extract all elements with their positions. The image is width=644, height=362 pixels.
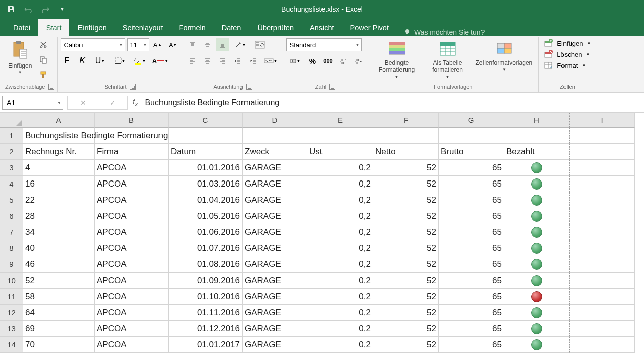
wrap-text[interactable]: [252, 38, 268, 51]
tab-page-layout[interactable]: Seitenlayout: [115, 19, 171, 36]
cell[interactable]: 01.01.2016: [169, 160, 243, 176]
cell[interactable]: [504, 224, 570, 240]
cell[interactable]: [169, 128, 243, 144]
cell[interactable]: [504, 192, 570, 208]
orientation-button[interactable]: ▼: [231, 38, 250, 51]
align-right[interactable]: [216, 54, 229, 67]
cell[interactable]: Buchungsliste Bedingte Formatierung: [23, 128, 95, 144]
row-header-13[interactable]: 13: [0, 321, 23, 337]
cell[interactable]: 52: [373, 289, 439, 305]
number-dialog-launcher[interactable]: [329, 84, 335, 90]
number-format-selector[interactable]: Standard▼: [286, 38, 362, 51]
cell[interactable]: 0,2: [307, 337, 373, 353]
cell[interactable]: [504, 337, 570, 353]
cell[interactable]: 0,2: [307, 240, 373, 256]
cell[interactable]: Netto: [373, 144, 439, 160]
cell[interactable]: 4: [23, 160, 95, 176]
cell[interactable]: [570, 305, 635, 321]
cell[interactable]: [570, 256, 635, 273]
cell[interactable]: 01.03.2016: [169, 176, 243, 192]
cell[interactable]: 65: [439, 192, 504, 208]
cell[interactable]: 52: [373, 273, 439, 289]
align-middle[interactable]: [201, 38, 214, 51]
cell[interactable]: APCOA: [95, 321, 169, 337]
column-header-E[interactable]: E: [307, 113, 373, 128]
cell[interactable]: GARAGE: [243, 273, 307, 289]
cell[interactable]: Ust: [307, 144, 373, 160]
cell[interactable]: [504, 128, 570, 144]
delete-cells-button[interactable]: Löschen▼: [542, 49, 592, 59]
cell[interactable]: 0,2: [307, 160, 373, 176]
format-painter[interactable]: [37, 68, 50, 81]
cell[interactable]: APCOA: [95, 256, 169, 273]
align-center[interactable]: [201, 54, 214, 67]
fx-icon[interactable]: fx: [133, 97, 138, 108]
bold-button[interactable]: F: [61, 54, 74, 67]
decrease-decimal[interactable]: ,00,0: [352, 54, 365, 67]
cell[interactable]: 0,2: [307, 192, 373, 208]
tab-data[interactable]: Daten: [214, 19, 250, 36]
cell[interactable]: APCOA: [95, 240, 169, 256]
cell[interactable]: 0,2: [307, 273, 373, 289]
cell[interactable]: 52: [373, 240, 439, 256]
row-header-4[interactable]: 4: [0, 176, 23, 192]
font-color-button[interactable]: A ▼: [151, 54, 170, 67]
cell[interactable]: 28: [23, 208, 95, 224]
cell[interactable]: [570, 144, 635, 160]
cell[interactable]: 34: [23, 224, 95, 240]
row-header-3[interactable]: 3: [0, 160, 23, 176]
save-button[interactable]: [5, 3, 17, 15]
cell[interactable]: 65: [439, 176, 504, 192]
cell[interactable]: 22: [23, 192, 95, 208]
cell[interactable]: 65: [439, 208, 504, 224]
column-header-A[interactable]: A: [23, 113, 95, 128]
align-bottom[interactable]: [216, 38, 229, 51]
cell[interactable]: 16: [23, 176, 95, 192]
qat-customize-icon[interactable]: ▼: [56, 3, 68, 15]
cell[interactable]: 0,2: [307, 321, 373, 337]
cell[interactable]: 52: [373, 160, 439, 176]
redo-button[interactable]: [39, 3, 51, 15]
cell[interactable]: Bezahlt: [504, 144, 570, 160]
row-header-12[interactable]: 12: [0, 305, 23, 321]
column-header-I[interactable]: I: [570, 113, 635, 128]
cell[interactable]: GARAGE: [243, 305, 307, 321]
cell[interactable]: 01.01.2017: [169, 337, 243, 353]
row-header-11[interactable]: 11: [0, 289, 23, 305]
cell[interactable]: [439, 128, 504, 144]
conditional-formatting-button[interactable]: Bedingte Formatierung▼: [371, 38, 423, 81]
cell[interactable]: [504, 256, 570, 273]
cell[interactable]: 52: [373, 256, 439, 273]
font-size-selector[interactable]: 11▼: [127, 38, 149, 51]
increase-font-size[interactable]: A▲: [151, 38, 165, 51]
cell[interactable]: APCOA: [95, 208, 169, 224]
tab-file[interactable]: Datei: [5, 19, 38, 36]
cell[interactable]: 01.11.2016: [169, 305, 243, 321]
formula-input[interactable]: Buchungsliste Bedingte Formatierung: [142, 98, 644, 107]
cell[interactable]: GARAGE: [243, 240, 307, 256]
cell[interactable]: GARAGE: [243, 176, 307, 192]
align-left[interactable]: [186, 54, 199, 67]
italic-button[interactable]: K: [76, 54, 89, 67]
cell[interactable]: [307, 128, 373, 144]
decrease-font-size[interactable]: A▼: [167, 38, 180, 51]
underline-button[interactable]: U ▼: [91, 54, 109, 67]
cell[interactable]: [570, 176, 635, 192]
cell[interactable]: 01.07.2016: [169, 240, 243, 256]
cell[interactable]: 65: [439, 273, 504, 289]
cell[interactable]: 52: [373, 208, 439, 224]
format-as-table-button[interactable]: Als Tabelle formatieren▼: [425, 38, 471, 81]
cell[interactable]: [504, 240, 570, 256]
cell[interactable]: [570, 273, 635, 289]
cell[interactable]: [570, 192, 635, 208]
cell[interactable]: 52: [373, 176, 439, 192]
cell[interactable]: 40: [23, 240, 95, 256]
cell[interactable]: [570, 128, 635, 144]
merge-center[interactable]: ▼: [262, 54, 280, 67]
cell[interactable]: 65: [439, 337, 504, 353]
thousands-format[interactable]: 000: [321, 54, 335, 67]
cut-button[interactable]: [37, 38, 50, 51]
cell[interactable]: 01.08.2016: [169, 256, 243, 273]
cell[interactable]: APCOA: [95, 305, 169, 321]
row-header-1[interactable]: 1: [0, 128, 23, 144]
